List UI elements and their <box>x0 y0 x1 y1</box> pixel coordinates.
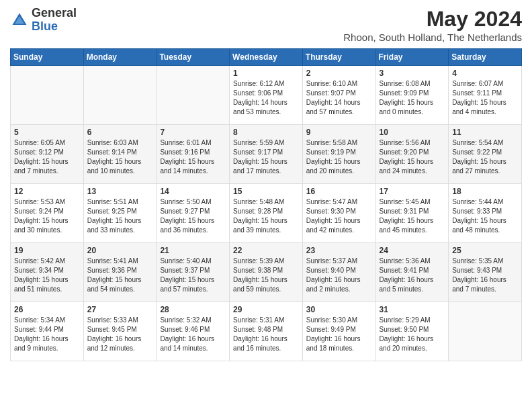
day-number: 30 <box>306 305 372 314</box>
day-info: Sunrise: 5:44 AM Sunset: 9:33 PM Dayligh… <box>452 197 518 235</box>
calendar-cell: 12Sunrise: 5:53 AM Sunset: 9:24 PM Dayli… <box>11 184 84 243</box>
day-info: Sunrise: 5:30 AM Sunset: 9:49 PM Dayligh… <box>306 316 372 353</box>
day-number: 5 <box>14 128 80 137</box>
calendar-cell: 5Sunrise: 6:05 AM Sunset: 9:12 PM Daylig… <box>11 125 84 184</box>
day-number: 8 <box>233 128 299 137</box>
day-info: Sunrise: 5:29 AM Sunset: 9:50 PM Dayligh… <box>380 316 445 353</box>
day-number: 4 <box>452 68 518 78</box>
day-info: Sunrise: 5:32 AM Sunset: 9:46 PM Dayligh… <box>160 316 226 353</box>
day-info: Sunrise: 6:07 AM Sunset: 9:11 PM Dayligh… <box>452 79 518 117</box>
column-header-friday: Friday <box>375 49 449 66</box>
calendar-cell: 1Sunrise: 6:12 AM Sunset: 9:06 PM Daylig… <box>230 66 303 125</box>
calendar-cell: 22Sunrise: 5:39 AM Sunset: 9:38 PM Dayli… <box>230 243 303 302</box>
day-info: Sunrise: 5:48 AM Sunset: 9:28 PM Dayligh… <box>233 197 299 235</box>
day-info: Sunrise: 5:59 AM Sunset: 9:17 PM Dayligh… <box>233 138 299 176</box>
calendar-cell: 23Sunrise: 5:37 AM Sunset: 9:40 PM Dayli… <box>302 243 375 302</box>
day-info: Sunrise: 5:31 AM Sunset: 9:48 PM Dayligh… <box>233 316 299 353</box>
calendar-cell: 20Sunrise: 5:41 AM Sunset: 9:36 PM Dayli… <box>83 243 157 302</box>
day-number: 13 <box>87 187 153 196</box>
day-info: Sunrise: 6:01 AM Sunset: 9:16 PM Dayligh… <box>160 138 226 176</box>
day-number: 10 <box>380 128 445 137</box>
column-header-tuesday: Tuesday <box>157 49 230 66</box>
column-header-sunday: Sunday <box>11 49 84 66</box>
day-number: 16 <box>306 187 372 196</box>
day-info: Sunrise: 5:41 AM Sunset: 9:36 PM Dayligh… <box>87 257 153 294</box>
location: Rhoon, South Holland, The Netherlands <box>343 32 522 43</box>
day-info: Sunrise: 5:50 AM Sunset: 9:27 PM Dayligh… <box>160 197 226 235</box>
week-row-1: 1Sunrise: 6:12 AM Sunset: 9:06 PM Daylig… <box>11 66 522 125</box>
calendar-cell: 2Sunrise: 6:10 AM Sunset: 9:07 PM Daylig… <box>302 66 375 125</box>
day-info: Sunrise: 5:47 AM Sunset: 9:30 PM Dayligh… <box>306 197 372 235</box>
day-info: Sunrise: 5:33 AM Sunset: 9:45 PM Dayligh… <box>87 316 153 353</box>
calendar-cell <box>449 302 522 361</box>
day-number: 23 <box>306 246 372 255</box>
day-info: Sunrise: 6:10 AM Sunset: 9:07 PM Dayligh… <box>306 79 372 117</box>
day-info: Sunrise: 5:39 AM Sunset: 9:38 PM Dayligh… <box>233 257 299 294</box>
day-number: 15 <box>233 187 299 196</box>
day-info: Sunrise: 5:45 AM Sunset: 9:31 PM Dayligh… <box>380 197 445 235</box>
calendar-cell <box>11 66 84 125</box>
day-number: 12 <box>14 187 80 196</box>
calendar-cell: 19Sunrise: 5:42 AM Sunset: 9:34 PM Dayli… <box>11 243 84 302</box>
calendar-cell: 17Sunrise: 5:45 AM Sunset: 9:31 PM Dayli… <box>375 184 449 243</box>
day-number: 6 <box>87 128 153 137</box>
day-number: 26 <box>14 305 80 314</box>
calendar-cell: 24Sunrise: 5:36 AM Sunset: 9:41 PM Dayli… <box>375 243 449 302</box>
day-number: 21 <box>160 246 226 255</box>
calendar-cell <box>83 66 157 125</box>
day-info: Sunrise: 5:53 AM Sunset: 9:24 PM Dayligh… <box>14 197 80 235</box>
logo-general-text: General <box>32 7 77 20</box>
day-info: Sunrise: 6:05 AM Sunset: 9:12 PM Dayligh… <box>14 138 80 176</box>
column-header-thursday: Thursday <box>302 49 375 66</box>
calendar-cell: 31Sunrise: 5:29 AM Sunset: 9:50 PM Dayli… <box>375 302 449 361</box>
day-number: 14 <box>160 187 226 196</box>
calendar-cell: 9Sunrise: 5:58 AM Sunset: 9:19 PM Daylig… <box>302 125 375 184</box>
day-number: 3 <box>380 68 445 78</box>
calendar-cell: 8Sunrise: 5:59 AM Sunset: 9:17 PM Daylig… <box>230 125 303 184</box>
day-number: 22 <box>233 246 299 255</box>
month-title: May 2024 <box>343 7 522 32</box>
calendar-cell: 16Sunrise: 5:47 AM Sunset: 9:30 PM Dayli… <box>302 184 375 243</box>
week-row-2: 5Sunrise: 6:05 AM Sunset: 9:12 PM Daylig… <box>11 125 522 184</box>
day-info: Sunrise: 5:34 AM Sunset: 9:44 PM Dayligh… <box>14 316 80 353</box>
calendar-cell: 30Sunrise: 5:30 AM Sunset: 9:49 PM Dayli… <box>302 302 375 361</box>
day-number: 1 <box>233 68 299 78</box>
week-row-3: 12Sunrise: 5:53 AM Sunset: 9:24 PM Dayli… <box>11 184 522 243</box>
day-info: Sunrise: 5:37 AM Sunset: 9:40 PM Dayligh… <box>306 257 372 294</box>
logo-blue-text: Blue <box>32 20 77 34</box>
day-number: 25 <box>452 246 518 255</box>
day-info: Sunrise: 5:56 AM Sunset: 9:20 PM Dayligh… <box>380 138 445 176</box>
calendar-cell: 10Sunrise: 5:56 AM Sunset: 9:20 PM Dayli… <box>375 125 449 184</box>
column-header-monday: Monday <box>83 49 157 66</box>
day-number: 20 <box>87 246 153 255</box>
day-number: 24 <box>380 246 445 255</box>
calendar-cell: 13Sunrise: 5:51 AM Sunset: 9:25 PM Dayli… <box>83 184 157 243</box>
day-number: 7 <box>160 128 226 137</box>
day-info: Sunrise: 5:54 AM Sunset: 9:22 PM Dayligh… <box>452 138 518 176</box>
calendar-cell: 27Sunrise: 5:33 AM Sunset: 9:45 PM Dayli… <box>83 302 157 361</box>
calendar-cell: 11Sunrise: 5:54 AM Sunset: 9:22 PM Dayli… <box>449 125 522 184</box>
day-info: Sunrise: 6:08 AM Sunset: 9:09 PM Dayligh… <box>380 79 445 117</box>
calendar-cell: 25Sunrise: 5:35 AM Sunset: 9:43 PM Dayli… <box>449 243 522 302</box>
page-header: General Blue May 2024 Rhoon, South Holla… <box>10 7 522 43</box>
logo: General Blue <box>10 7 77 34</box>
day-number: 27 <box>87 305 153 314</box>
calendar-cell: 29Sunrise: 5:31 AM Sunset: 9:48 PM Dayli… <box>230 302 303 361</box>
day-info: Sunrise: 5:36 AM Sunset: 9:41 PM Dayligh… <box>380 257 445 294</box>
day-info: Sunrise: 6:03 AM Sunset: 9:14 PM Dayligh… <box>87 138 153 176</box>
day-info: Sunrise: 6:12 AM Sunset: 9:06 PM Dayligh… <box>233 79 299 117</box>
day-number: 19 <box>14 246 80 255</box>
calendar-cell: 26Sunrise: 5:34 AM Sunset: 9:44 PM Dayli… <box>11 302 84 361</box>
day-number: 11 <box>452 128 518 137</box>
calendar-cell: 21Sunrise: 5:40 AM Sunset: 9:37 PM Dayli… <box>157 243 230 302</box>
day-info: Sunrise: 5:42 AM Sunset: 9:34 PM Dayligh… <box>14 257 80 294</box>
day-info: Sunrise: 5:40 AM Sunset: 9:37 PM Dayligh… <box>160 257 226 294</box>
day-number: 9 <box>306 128 372 137</box>
column-header-wednesday: Wednesday <box>230 49 303 66</box>
calendar-cell: 6Sunrise: 6:03 AM Sunset: 9:14 PM Daylig… <box>83 125 157 184</box>
day-info: Sunrise: 5:35 AM Sunset: 9:43 PM Dayligh… <box>452 257 518 294</box>
logo-icon <box>10 11 29 30</box>
title-block: May 2024 Rhoon, South Holland, The Nethe… <box>343 7 522 43</box>
header-row: SundayMondayTuesdayWednesdayThursdayFrid… <box>11 49 522 66</box>
calendar-cell: 14Sunrise: 5:50 AM Sunset: 9:27 PM Dayli… <box>157 184 230 243</box>
